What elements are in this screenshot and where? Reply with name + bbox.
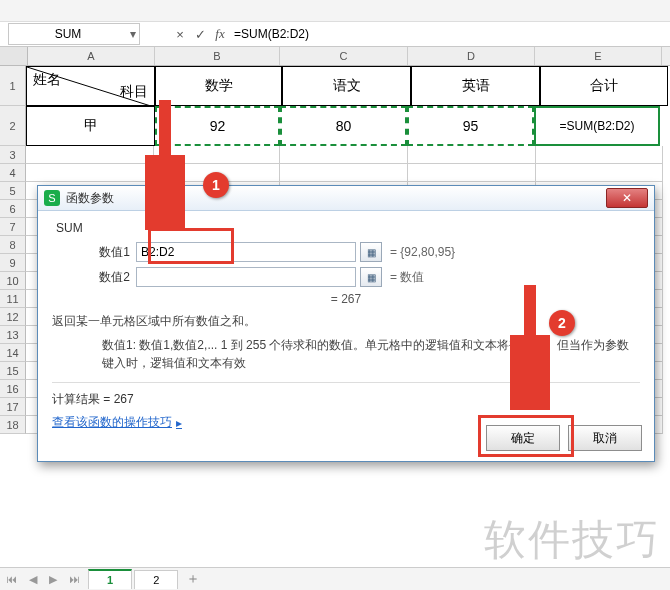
add-sheet-button[interactable]: ＋	[186, 570, 200, 588]
select-all-corner[interactable]	[0, 47, 28, 65]
table-row: 2 甲 92 80 95 =SUM(B2:D2)	[0, 106, 670, 146]
table-header-row: 1 姓名 科目 数学 语文 英语 合计	[0, 66, 670, 106]
sheet-tabs: ⏮ ◀ ▶ ⏭ 1 2 ＋	[0, 567, 670, 590]
close-button[interactable]: ✕	[606, 188, 648, 208]
param-label: 数值2	[52, 269, 136, 286]
annotation-badge-1: 1	[203, 172, 229, 198]
sheet-tab-2[interactable]: 2	[134, 570, 178, 589]
range-selector-icon[interactable]: ▦	[360, 267, 382, 287]
param2-preview: = 数值	[390, 269, 424, 286]
empty-cell[interactable]	[26, 146, 154, 164]
cell-c1[interactable]: 语文	[282, 66, 411, 106]
cell-a1[interactable]: 姓名 科目	[26, 66, 155, 106]
cell-b1[interactable]: 数学	[155, 66, 282, 106]
dialog-titlebar[interactable]: S 函数参数 ✕	[38, 186, 654, 211]
cell-d2[interactable]: 95	[407, 106, 534, 146]
param-description: 数值1: 数值1,数值2,... 1 到 255 个待求和的数值。单元格中的逻辑…	[102, 336, 640, 372]
annotation-badge-2: 2	[549, 310, 575, 336]
diag-label-top: 姓名	[33, 71, 61, 89]
cell-e1[interactable]: 合计	[540, 66, 668, 106]
row-header[interactable]: 2	[0, 106, 26, 146]
name-box[interactable]: SUM ▾	[8, 23, 140, 45]
close-icon: ✕	[622, 191, 632, 205]
confirm-formula-button[interactable]: ✓	[190, 27, 210, 42]
result-preview: = 267	[52, 292, 640, 306]
cell-e2[interactable]: =SUM(B2:D2)	[534, 106, 660, 146]
tab-nav-next-icon[interactable]: ▶	[43, 573, 63, 586]
tab-nav-last-icon[interactable]: ⏭	[63, 573, 86, 585]
cell-d1[interactable]: 英语	[411, 66, 540, 106]
row-header[interactable]: 3	[0, 146, 26, 164]
row-header[interactable]: 1	[0, 66, 26, 106]
calc-result: 计算结果 = 267	[52, 382, 640, 408]
tab-nav-prev-icon[interactable]: ◀	[23, 573, 43, 586]
cell-b2[interactable]: 92	[155, 106, 280, 146]
watermark: 软件技巧	[484, 512, 660, 568]
cancel-formula-button[interactable]: ×	[170, 27, 190, 42]
app-icon: S	[44, 190, 60, 206]
sheet-tab-1[interactable]: 1	[88, 569, 132, 589]
fx-icon[interactable]: fx	[210, 26, 230, 42]
play-icon: ▸	[176, 416, 182, 430]
formula-bar-row: SUM ▾ × ✓ fx =SUM(B2:D2)	[0, 22, 670, 47]
ok-button[interactable]: 确定	[486, 425, 560, 451]
chevron-down-icon[interactable]: ▾	[127, 27, 139, 41]
param-label: 数值1	[52, 244, 136, 261]
range-selector-icon[interactable]: ▦	[360, 242, 382, 262]
cell-c2[interactable]: 80	[280, 106, 407, 146]
col-header-e[interactable]: E	[535, 47, 662, 65]
diag-label-bottom: 科目	[120, 83, 148, 101]
col-header-a[interactable]: A	[28, 47, 155, 65]
col-header-d[interactable]: D	[408, 47, 535, 65]
dialog-title: 函数参数	[66, 190, 114, 207]
ribbon-strip	[0, 0, 670, 22]
col-header-c[interactable]: C	[280, 47, 408, 65]
formula-input[interactable]: =SUM(B2:D2)	[230, 27, 670, 41]
param1-input[interactable]	[136, 242, 356, 262]
function-name: SUM	[56, 221, 640, 235]
cell-a2[interactable]: 甲	[26, 106, 155, 146]
cancel-button[interactable]: 取消	[568, 425, 642, 451]
column-headers: A B C D E	[0, 47, 670, 66]
help-link[interactable]: 查看该函数的操作技巧 ▸	[52, 414, 182, 431]
tab-nav-first-icon[interactable]: ⏮	[0, 573, 23, 585]
name-box-value: SUM	[9, 27, 127, 41]
col-header-b[interactable]: B	[155, 47, 280, 65]
param1-preview: = {92,80,95}	[390, 245, 455, 259]
param2-input[interactable]	[136, 267, 356, 287]
